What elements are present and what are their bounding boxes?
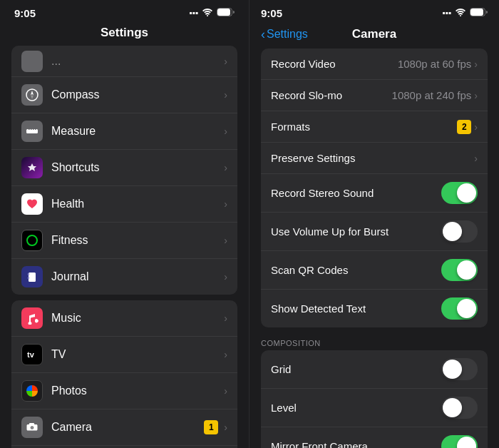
fitness-chevron: ›	[224, 235, 227, 246]
health-chevron: ›	[224, 198, 227, 210]
list-item-shortcuts[interactable]: Shortcuts ›	[11, 150, 237, 186]
svg-rect-13	[28, 273, 29, 275]
list-item-fitness[interactable]: Fitness ›	[11, 223, 237, 259]
measure-label: Measure	[51, 125, 224, 138]
journal-chevron: ›	[224, 271, 227, 282]
camera-panel: 9:05 ▪▪▪ ‹ Setti	[250, 0, 499, 448]
toggle-knob	[457, 260, 476, 280]
tv-icon: tv	[21, 344, 43, 365]
svg-rect-14	[28, 277, 29, 279]
formats-label: Formats	[271, 121, 451, 133]
list-item-music[interactable]: Music ›	[11, 300, 237, 337]
svg-point-0	[207, 15, 208, 16]
mirror-front-toggle[interactable]	[441, 435, 478, 448]
record-video-value: 1080p at 60 fps	[398, 58, 471, 70]
list-item-measure[interactable]: Measure ›	[11, 113, 237, 150]
scan-qr-toggle[interactable]	[441, 259, 478, 281]
camera-item-mirror-front[interactable]: Mirror Front Camera	[261, 427, 488, 448]
toggle-knob	[443, 398, 462, 417]
photos-label: Photos	[51, 385, 224, 397]
record-slomo-value: 1080p at 240 fps	[392, 89, 472, 101]
section-0: ... › Compass ›	[0, 46, 249, 295]
toggle-knob	[457, 299, 476, 318]
record-stereo-toggle[interactable]	[441, 182, 478, 204]
tv-chevron: ›	[224, 349, 227, 360]
settings-scroll-area[interactable]: ... › Compass ›	[0, 46, 249, 448]
camera-scroll-area[interactable]: Record Video 1080p at 60 fps › Record Sl…	[250, 49, 499, 448]
camera-nav: ‹ Settings Camera	[250, 23, 499, 49]
level-toggle[interactable]	[441, 397, 478, 419]
camera-item-grid[interactable]: Grid	[261, 350, 488, 389]
shortcuts-label: Shortcuts	[51, 161, 224, 174]
camera-status-bar: 9:05 ▪▪▪	[250, 0, 499, 23]
camera-section-0: Record Video 1080p at 60 fps › Record Sl…	[250, 49, 499, 327]
list-item-photos[interactable]: Photos ›	[11, 373, 237, 409]
volume-burst-toggle[interactable]	[441, 220, 478, 243]
svg-point-25	[460, 15, 461, 16]
compass-chevron: ›	[224, 89, 227, 101]
list-1: Music › tv TV ›	[11, 300, 237, 448]
toggle-knob	[443, 360, 462, 379]
list-item-health[interactable]: Health ›	[11, 186, 237, 223]
list-item-journal[interactable]: Journal ›	[11, 259, 237, 295]
partial-icon	[21, 51, 43, 72]
svg-point-17	[31, 427, 34, 429]
mirror-front-label: Mirror Front Camera	[271, 440, 441, 448]
camera-item-record-stereo[interactable]: Record Stereo Sound	[261, 174, 488, 213]
fitness-label: Fitness	[51, 234, 224, 247]
camera-list-composition: Grid Level Mirror Front Camera View Outs…	[261, 350, 488, 448]
camera-section-composition: COMPOSITION Grid Level Mirror Front Came…	[250, 333, 499, 448]
record-slomo-chevron: ›	[474, 90, 478, 101]
level-label: Level	[271, 402, 441, 414]
compass-label: Compass	[51, 88, 224, 101]
shortcuts-icon	[21, 157, 43, 178]
preserve-label: Preserve Settings	[271, 152, 474, 164]
settings-title: Settings	[101, 26, 148, 39]
wifi-icon	[202, 8, 213, 19]
camera-item-preserve[interactable]: Preserve Settings ›	[261, 143, 488, 174]
camera-list-0: Record Video 1080p at 60 fps › Record Sl…	[261, 49, 488, 327]
toggle-knob	[457, 183, 476, 203]
camera-status-icons: ▪▪▪	[442, 8, 488, 19]
camera-chevron: ›	[224, 422, 227, 433]
camera-item-formats[interactable]: Formats 2 ›	[261, 111, 488, 143]
left-phone-panel: 9:05 ▪▪▪ Settings	[0, 0, 250, 448]
tv-label: TV	[51, 348, 224, 361]
section-1: Music › tv TV ›	[0, 300, 249, 448]
camera-item-volume-burst[interactable]: Use Volume Up for Burst	[261, 213, 488, 251]
list-item-tv[interactable]: tv TV ›	[11, 337, 237, 373]
svg-point-11	[27, 235, 37, 245]
toggle-knob	[443, 222, 462, 241]
grid-label: Grid	[271, 363, 441, 375]
health-icon	[21, 193, 43, 215]
camera-item-record-video[interactable]: Record Video 1080p at 60 fps ›	[261, 49, 488, 80]
list-item-camera[interactable]: Camera 1 ›	[11, 409, 237, 446]
camera-icon	[21, 417, 43, 438]
left-status-bar: 9:05 ▪▪▪	[0, 0, 249, 23]
list-item-compass[interactable]: Compass ›	[11, 77, 237, 113]
health-label: Health	[51, 198, 224, 210]
back-button[interactable]: ‹ Settings	[261, 27, 308, 42]
camera-item-level[interactable]: Level	[261, 389, 488, 427]
measure-icon	[21, 121, 43, 142]
camera-item-scan-qr[interactable]: Scan QR Codes	[261, 251, 488, 290]
photos-chevron: ›	[224, 385, 227, 397]
svg-marker-5	[31, 95, 34, 99]
list-item-partial[interactable]: ... ›	[11, 46, 237, 77]
measure-chevron: ›	[224, 126, 227, 137]
shortcuts-chevron: ›	[224, 162, 227, 173]
camera-item-show-text[interactable]: Show Detected Text	[261, 290, 488, 327]
record-stereo-label: Record Stereo Sound	[271, 187, 441, 199]
settings-header: Settings	[0, 23, 249, 46]
record-slomo-label: Record Slo-mo	[271, 89, 392, 101]
grid-toggle[interactable]	[441, 358, 478, 380]
camera-item-record-slomo[interactable]: Record Slo-mo 1080p at 240 fps ›	[261, 80, 488, 111]
svg-rect-9	[33, 128, 34, 130]
photos-icon	[21, 380, 43, 402]
svg-rect-8	[31, 128, 32, 130]
preserve-chevron: ›	[474, 153, 478, 164]
svg-rect-10	[35, 128, 36, 130]
show-text-toggle[interactable]	[441, 297, 478, 320]
record-video-label: Record Video	[271, 58, 398, 70]
camera-status-time: 9:05	[261, 7, 289, 19]
